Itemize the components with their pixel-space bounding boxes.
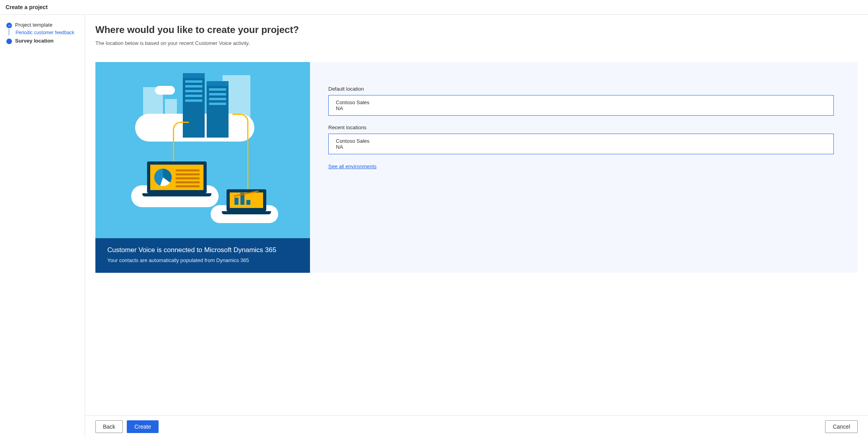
illustration-subtitle: Your contacts are automatically populate… <box>107 257 298 263</box>
step-label: Project template <box>15 22 52 28</box>
page-header: Create a project <box>0 0 868 15</box>
content-inner: Where would you like to create your proj… <box>85 15 868 415</box>
page-title: Where would you like to create your proj… <box>95 24 858 35</box>
cloud-shape <box>155 86 175 95</box>
step-sublink-periodic-feedback[interactable]: Periodic customer feedback <box>15 30 74 35</box>
wizard-footer: Back Create Cancel <box>85 415 868 438</box>
illustration-title: Customer Voice is connected to Microsoft… <box>107 246 298 254</box>
current-step-dot-icon <box>6 39 12 44</box>
location-region: NA <box>336 144 826 150</box>
step-project-template[interactable]: Project template <box>6 22 78 28</box>
page-subtitle: The location below is based on your rece… <box>95 40 858 46</box>
recent-location-option[interactable]: Contoso Sales NA <box>328 134 834 154</box>
location-name: Contoso Sales <box>336 138 826 144</box>
back-button[interactable]: Back <box>95 420 123 433</box>
default-location-label: Default location <box>328 86 834 92</box>
location-region: NA <box>336 105 826 111</box>
page-header-title: Create a project <box>6 4 48 10</box>
locations-section: Default location Contoso Sales NA Recent… <box>310 62 858 273</box>
cancel-button[interactable]: Cancel <box>825 420 858 433</box>
check-circle-icon <box>6 23 12 28</box>
wire-shape <box>232 114 248 193</box>
recent-locations-label: Recent locations <box>328 124 834 130</box>
content-area: Where would you like to create your proj… <box>85 15 868 438</box>
location-name: Contoso Sales <box>336 99 826 105</box>
create-button[interactable]: Create <box>127 420 159 433</box>
page-body: Project template Periodic customer feedb… <box>0 15 868 438</box>
wizard-steps-sidebar: Project template Periodic customer feedb… <box>0 15 85 438</box>
illustration-caption: Customer Voice is connected to Microsoft… <box>95 238 310 273</box>
laptop-pie-chart-shape <box>147 161 207 196</box>
location-panel: Customer Voice is connected to Microsoft… <box>95 62 858 273</box>
illustration-card: Customer Voice is connected to Microsoft… <box>95 62 310 273</box>
laptop-bar-chart-shape <box>227 189 266 214</box>
default-location-option[interactable]: Contoso Sales NA <box>328 95 834 116</box>
step-survey-location[interactable]: Survey location <box>6 38 78 44</box>
step-sublink-wrap: Periodic customer feedback <box>9 29 78 35</box>
step-label: Survey location <box>15 38 54 44</box>
see-all-environments-link[interactable]: See all environments <box>328 163 376 169</box>
cloud-servers-illustration <box>95 62 310 238</box>
server-rack-shape <box>207 86 229 138</box>
